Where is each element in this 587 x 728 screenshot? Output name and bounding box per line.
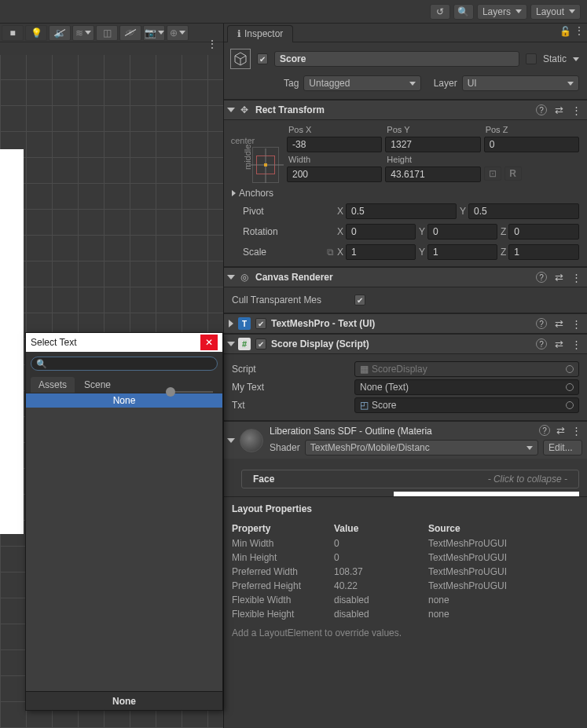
kebab-icon[interactable]: ⋮	[571, 104, 582, 116]
shader-dropdown[interactable]: TextMeshPro/Mobile/Distanc	[305, 440, 538, 455]
kebab-icon[interactable]: ⋮	[571, 272, 582, 284]
kebab-icon[interactable]: ⋮	[571, 338, 582, 350]
rot-y-field[interactable]: 0	[427, 224, 497, 240]
help-icon[interactable]: ?	[536, 318, 547, 329]
audio-button[interactable]: 🔈	[49, 25, 71, 41]
scene-toolbar: ■ 💡 🔈 ≋ ◫ 👁 📷 ⊕	[0, 24, 223, 42]
popup-search-field[interactable]: 🔍	[31, 357, 218, 371]
help-icon[interactable]: ?	[536, 104, 547, 115]
tmp-text-title: TextMeshPro - Text (UI)	[271, 318, 531, 329]
layer-label: Layer	[434, 78, 457, 89]
static-checkbox[interactable]	[526, 53, 537, 64]
canvas-rect-preview	[0, 149, 24, 534]
edit-shader-button[interactable]: Edit...	[543, 440, 582, 455]
static-chevron-icon[interactable]	[573, 57, 579, 61]
kebab-icon[interactable]: ⋮	[571, 318, 582, 330]
gameobject-icon[interactable]	[230, 49, 251, 69]
object-picker-icon[interactable]	[566, 365, 574, 373]
inspector-tab[interactable]: ℹ Inspector	[227, 25, 293, 42]
script-icon: #	[238, 338, 251, 350]
cull-checkbox[interactable]: ✔	[354, 294, 365, 305]
scale-y-field[interactable]: 1	[427, 244, 497, 260]
preset-icon[interactable]: ⇄	[556, 425, 565, 437]
rot-x-field[interactable]: 0	[346, 224, 416, 240]
gizmos-button[interactable]: ⊕	[167, 25, 189, 41]
material-header[interactable]: Liberation Sans SDF - Outline (Materia ?…	[224, 421, 587, 459]
txt-field[interactable]: ◰Score	[354, 397, 579, 413]
canvas-renderer-header[interactable]: ◎ Canvas Renderer ? ⇄ ⋮	[224, 267, 587, 287]
anchors-label: Anchors	[239, 188, 330, 199]
object-picker-icon[interactable]	[566, 401, 574, 409]
preview-size-slider[interactable]	[120, 391, 218, 393]
mytext-value: None (Text)	[360, 382, 409, 393]
help-icon[interactable]: ?	[536, 272, 547, 283]
pivot-y-field[interactable]: 0.5	[468, 203, 579, 219]
anchors-row[interactable]: Anchors	[232, 188, 579, 199]
tmp-text-header[interactable]: T ✔ TextMeshPro - Text (UI) ? ⇄ ⋮	[224, 313, 587, 334]
width-field[interactable]: 200	[287, 166, 382, 182]
camera-button[interactable]: 📷	[143, 25, 165, 41]
popup-search-input[interactable]	[50, 359, 212, 368]
preset-icon[interactable]: ⇄	[555, 338, 563, 350]
gameobject-name: Score	[280, 53, 306, 64]
layer-value: UI	[468, 78, 477, 89]
score-display-header[interactable]: # ✔ Score Display (Script) ? ⇄ ⋮	[224, 334, 587, 354]
posz-field[interactable]: 0	[484, 137, 579, 152]
visibility-button[interactable]: 👁	[119, 25, 141, 41]
layers-dropdown[interactable]: Layers	[477, 4, 527, 20]
gameobject-name-field[interactable]: Score	[274, 51, 519, 67]
raw-edit-button[interactable]: R	[504, 166, 522, 181]
lighting-button[interactable]: 💡	[25, 25, 47, 41]
help-icon[interactable]: ?	[539, 425, 550, 436]
face-label: Face	[253, 474, 274, 485]
layout-properties-table: Property Value Source	[232, 521, 579, 536]
lp-cell: 108.37	[334, 565, 428, 579]
preset-icon[interactable]: ⇄	[555, 272, 563, 284]
rect-transform-header[interactable]: ✥ Rect Transform ? ⇄ ⋮	[224, 100, 587, 120]
posx-field[interactable]: -38	[287, 137, 382, 152]
face-section-header[interactable]: Face - Click to collapse -	[241, 470, 579, 488]
layer-dropdown[interactable]: UI	[462, 75, 579, 91]
sprite-button[interactable]: ◫	[96, 25, 118, 41]
material-title: Liberation Sans SDF - Outline (Materia	[270, 426, 432, 437]
object-picker-icon[interactable]	[566, 383, 574, 391]
constrain-link-icon[interactable]: ⧉	[327, 247, 334, 258]
lp-cell: Flexible Width	[232, 593, 334, 607]
posy-field[interactable]: 1327	[385, 137, 480, 152]
scale-x-field[interactable]: 1	[346, 244, 416, 260]
preset-icon[interactable]: ⇄	[555, 104, 563, 116]
pivot-x-field[interactable]: 0.5	[346, 203, 457, 219]
canvas-renderer-title: Canvas Renderer	[255, 272, 531, 283]
tag-dropdown[interactable]: Untagged	[303, 75, 420, 91]
lock-icon[interactable]: 🔓	[559, 25, 571, 38]
layout-dropdown[interactable]: Layout	[530, 4, 581, 20]
search-icon: 🔍	[36, 359, 47, 369]
fx-button[interactable]: ≋	[72, 25, 94, 41]
history-icon[interactable]: ↺	[430, 4, 450, 20]
anchor-preset-button[interactable]	[252, 147, 279, 183]
blueprint-mode-button[interactable]: ⊡	[484, 166, 501, 181]
shaded-mode-button[interactable]: ■	[2, 25, 24, 41]
list-item-none[interactable]: None	[26, 393, 222, 408]
kebab-icon[interactable]: ⋮	[574, 25, 584, 38]
kebab-icon[interactable]: ⋮	[571, 425, 582, 437]
lp-cell: Preferred Width	[232, 565, 334, 579]
scale-z-field[interactable]: 1	[508, 244, 579, 260]
popup-title-bar[interactable]: Select Text ✕	[26, 333, 222, 352]
popup-results-list[interactable]: None	[26, 393, 222, 691]
mytext-field[interactable]: None (Text)	[354, 379, 579, 395]
tab-assets[interactable]: Assets	[31, 377, 75, 393]
lp-cell: TextMeshProUGUI	[428, 551, 579, 565]
close-button[interactable]: ✕	[200, 335, 218, 350]
tab-scene[interactable]: Scene	[76, 377, 119, 393]
tmp-enabled-checkbox[interactable]: ✔	[255, 318, 266, 329]
posz-label: Pos Z	[484, 125, 579, 135]
rot-z-field[interactable]: 0	[508, 224, 579, 240]
preset-icon[interactable]: ⇄	[555, 318, 563, 330]
scene-kebab-icon[interactable]: ⋮	[207, 38, 218, 50]
height-field[interactable]: 43.6171	[385, 166, 480, 182]
help-icon[interactable]: ?	[536, 338, 547, 349]
active-checkbox[interactable]: ✔	[257, 53, 268, 64]
search-icon[interactable]: 🔍	[453, 4, 474, 20]
script-enabled-checkbox[interactable]: ✔	[255, 338, 266, 349]
